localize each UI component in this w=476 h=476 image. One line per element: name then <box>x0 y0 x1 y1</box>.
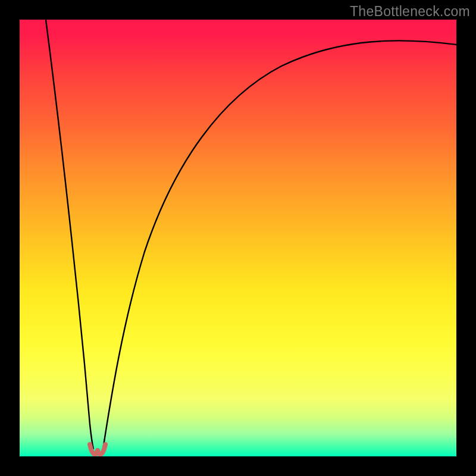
curve-overlay <box>20 20 456 456</box>
watermark-label: TheBottleneck.com <box>350 4 470 20</box>
right-curve <box>103 40 456 449</box>
valley-marker <box>90 444 105 454</box>
plot-area <box>20 20 456 456</box>
left-curve <box>46 20 93 449</box>
chart-frame: TheBottleneck.com <box>0 0 476 476</box>
